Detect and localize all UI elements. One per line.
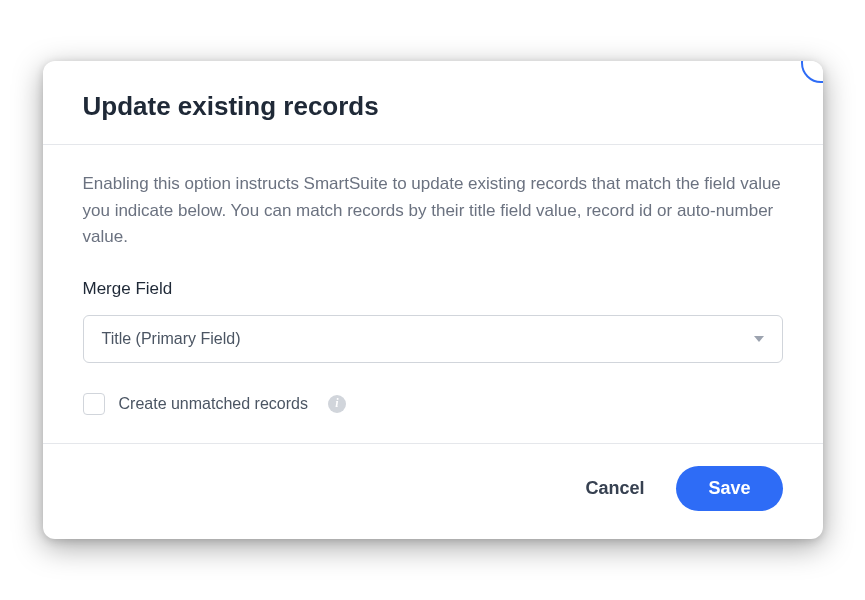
create-unmatched-row: Create unmatched records i xyxy=(83,393,783,415)
dialog-footer: Cancel Save xyxy=(43,443,823,539)
dialog-body: Enabling this option instructs SmartSuit… xyxy=(43,145,823,442)
merge-field-label: Merge Field xyxy=(83,279,783,299)
merge-field-selected-value: Title (Primary Field) xyxy=(102,330,241,348)
merge-field-select[interactable]: Title (Primary Field) xyxy=(83,315,783,363)
chevron-down-icon xyxy=(754,336,764,342)
create-unmatched-label: Create unmatched records xyxy=(119,395,308,413)
save-button[interactable]: Save xyxy=(676,466,782,511)
cancel-button[interactable]: Cancel xyxy=(581,470,648,507)
dialog-title: Update existing records xyxy=(83,91,783,122)
info-icon[interactable]: i xyxy=(328,395,346,413)
create-unmatched-checkbox[interactable] xyxy=(83,393,105,415)
dialog-header: Update existing records xyxy=(43,61,823,145)
update-records-dialog: Update existing records Enabling this op… xyxy=(43,61,823,538)
dialog-description: Enabling this option instructs SmartSuit… xyxy=(83,171,783,250)
